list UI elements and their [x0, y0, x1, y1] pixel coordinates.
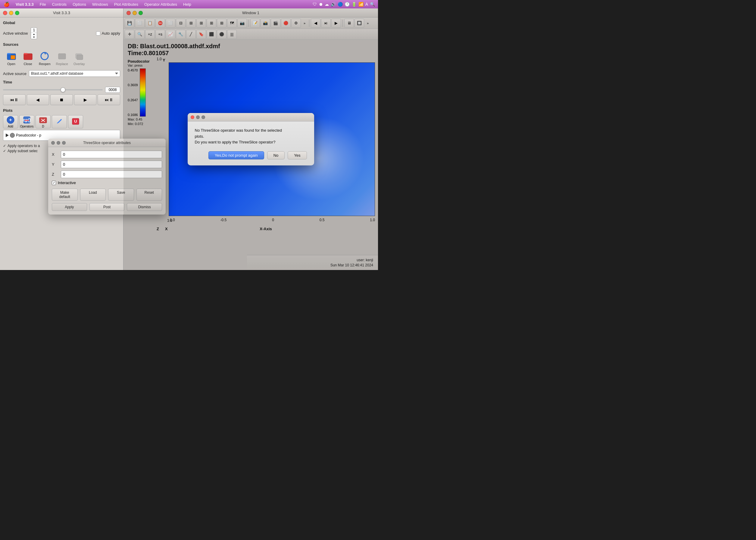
overlay-button[interactable]: Overlay — [71, 49, 88, 67]
dialog-message: No ThreeSlice operator was found for the… — [195, 127, 307, 145]
y-label: Y — [52, 162, 61, 167]
close-button[interactable]: Close — [20, 49, 36, 67]
svg-text:+/-: +/- — [25, 120, 28, 123]
apply-button[interactable]: Apply — [52, 203, 87, 211]
edit-plot-button[interactable] — [52, 115, 67, 128]
user-icon: A — [365, 2, 368, 7]
dialog-box: No ThreeSlice operator was found for the… — [188, 113, 314, 166]
time-section-label: Time — [3, 80, 120, 84]
ts-minimize-button[interactable] — [56, 141, 60, 145]
load-button[interactable]: Load — [80, 189, 106, 201]
active-window-label: Active window — [3, 31, 28, 36]
play-button[interactable]: ▶ — [74, 94, 97, 105]
bluetooth-icon: 🔵 — [338, 2, 343, 7]
replace-button[interactable]: Replace — [53, 49, 71, 67]
reopen-label: Reopen — [39, 62, 51, 66]
svg-rect-1 — [7, 53, 11, 54]
global-row: Active window 1 ▲ ▼ Auto apply — [3, 27, 120, 39]
interactive-checkbox[interactable]: ✓ — [52, 181, 56, 185]
menubar-help[interactable]: Help — [183, 2, 191, 7]
active-window-stepper[interactable]: 1 ▲ ▼ — [31, 27, 37, 39]
auto-apply-label: Auto apply — [102, 31, 120, 36]
menubar-operator-attributes[interactable]: Operator Attributes — [144, 2, 177, 7]
dialog-close-button[interactable] — [191, 115, 194, 119]
menubar-visit[interactable]: Visit 3.3.3 — [16, 2, 34, 7]
dialog-line2: plots. — [195, 134, 204, 139]
cloud-icon: ☁ — [325, 2, 329, 7]
menubar-windows[interactable]: Windows — [92, 2, 108, 7]
ts-maximize-button[interactable] — [62, 141, 66, 145]
dialog-overlay: No ThreeSlice operator was found for the… — [124, 8, 378, 270]
svg-rect-2 — [11, 56, 15, 59]
plot-visibility-icon[interactable] — [10, 133, 15, 138]
stepper-arrows[interactable]: ▲ ▼ — [31, 33, 37, 39]
apply-operators-label: Apply operators to a — [8, 144, 40, 148]
record-icon: ⏺ — [319, 2, 323, 7]
svg-rect-6 — [58, 54, 66, 59]
time-icon: 🕐 — [345, 2, 350, 7]
ts-close-button[interactable] — [51, 141, 55, 145]
stepper-up[interactable]: ▲ — [31, 33, 37, 36]
time-input[interactable] — [105, 87, 120, 93]
play-end-button[interactable]: ⏭⏸ — [98, 94, 120, 105]
menubar-plot-attributes[interactable]: Plot Attributes — [114, 2, 138, 7]
pseudocolor-plot-item[interactable]: Pseudocolor - p — [6, 133, 41, 138]
menubar-options[interactable]: Options — [72, 2, 86, 7]
prev-frame-button[interactable]: ◀ — [27, 94, 50, 105]
apple-icon[interactable]: 🍎 — [4, 2, 10, 7]
operators-label: Operators — [20, 125, 34, 128]
battery-icon: 🔋 — [352, 2, 357, 7]
sources-section-label: Sources — [3, 42, 120, 47]
post-button[interactable]: Post — [89, 203, 125, 211]
svg-text:+: + — [9, 117, 12, 122]
z-label: Z — [52, 172, 61, 177]
close-label: Close — [24, 62, 32, 66]
dialog-line3: Do you want to apply the ThreeSlice oper… — [195, 140, 275, 144]
maximize-button[interactable] — [15, 11, 19, 15]
yes-no-prompt-button[interactable]: Yes,Do not prompt again — [208, 151, 264, 159]
make-default-button[interactable]: Make default — [52, 189, 78, 201]
time-slider[interactable] — [3, 89, 103, 90]
search-icon[interactable]: 🔍 — [370, 2, 375, 7]
svg-rect-8 — [77, 55, 83, 60]
menubar-file[interactable]: File — [40, 2, 46, 7]
delete-label: D — [42, 125, 44, 128]
close-icon — [23, 51, 34, 62]
apply-subset-label: Apply subset selec — [8, 149, 38, 153]
minimize-button[interactable] — [9, 11, 13, 15]
plot-item-label: Pseudocolor - p — [16, 133, 41, 137]
delete-plot-button[interactable]: D — [36, 115, 51, 128]
close-button[interactable] — [3, 11, 7, 15]
plots-section-label: Plots — [3, 108, 120, 113]
left-window-controls — [3, 11, 19, 15]
svg-text:U: U — [74, 119, 77, 124]
menubar-controls[interactable]: Controls — [52, 2, 66, 7]
operators-button[interactable]: op() +/- Operators — [19, 115, 34, 128]
active-source-select[interactable]: Blast.out1.*.athdf.xdmf database — [29, 70, 120, 77]
time-section: Time ⏮⏸ ◀ ⏹ ▶ ⏭⏸ — [3, 80, 120, 105]
interactive-label: Interactive — [58, 181, 76, 185]
system-icons: 🛡 ⏺ ☁ 🔊 🔵 🕐 🔋 📶 A 🔍 — [313, 0, 375, 8]
volume-icon: 🔊 — [331, 2, 336, 7]
dialog-buttons: Yes,Do not prompt again No Yes — [195, 151, 307, 159]
replace-icon — [56, 51, 67, 62]
stop-button[interactable]: ⏹ — [50, 94, 73, 105]
stepper-value: 1 — [31, 28, 37, 33]
open-button[interactable]: Open — [3, 49, 20, 67]
wifi-icon: 📶 — [359, 2, 364, 7]
play-beginning-button[interactable]: ⏮⏸ — [3, 94, 26, 105]
open-label: Open — [7, 62, 15, 66]
overlay-icon — [74, 51, 85, 62]
global-section-label: Global — [3, 21, 120, 25]
scripting-button[interactable]: U — [68, 115, 83, 128]
auto-apply-checkbox[interactable] — [96, 31, 100, 36]
sources-toolbar: Open Close Reopen — [3, 49, 120, 67]
stepper-down[interactable]: ▼ — [31, 36, 37, 39]
ts-window-controls — [51, 141, 66, 145]
slider-thumb[interactable] — [60, 87, 65, 92]
no-button[interactable]: No — [267, 151, 285, 159]
yes-button[interactable]: Yes — [288, 151, 307, 159]
add-plot-button[interactable]: + Add — [3, 115, 18, 128]
reopen-button[interactable]: Reopen — [36, 49, 53, 67]
plots-section: Plots + Add op() +/- Operat — [3, 108, 120, 141]
